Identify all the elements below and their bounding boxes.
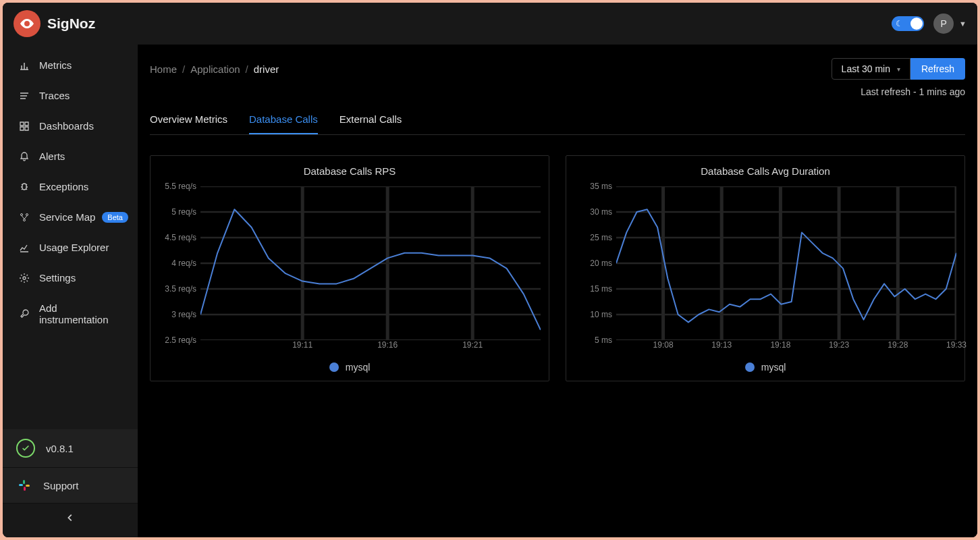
legend-label[interactable]: mysql bbox=[346, 362, 371, 373]
sidebar-item-label: Traces bbox=[39, 90, 70, 101]
sidebar-item-alerts[interactable]: Alerts bbox=[3, 141, 138, 171]
tab-database-calls[interactable]: Database Calls bbox=[249, 105, 318, 134]
grid-icon bbox=[19, 121, 30, 132]
svg-point-0 bbox=[26, 22, 28, 25]
branch-icon bbox=[19, 212, 30, 223]
tabs: Overview Metrics Database Calls External… bbox=[150, 105, 965, 135]
version-label: v0.8.1 bbox=[46, 443, 74, 454]
breadcrumb-current: driver bbox=[254, 63, 279, 75]
chart-database-calls-rps: Database Calls RPS 5.5 req/s 5 req/s 4.5… bbox=[150, 155, 549, 381]
toggle-knob bbox=[910, 18, 923, 30]
x-axis: 19:08 19:13 19:18 19:23 19:28 19:33 bbox=[616, 340, 956, 354]
theme-toggle[interactable]: ☾ bbox=[892, 16, 924, 31]
support-label: Support bbox=[43, 480, 79, 491]
bar-chart-icon bbox=[19, 60, 30, 71]
sidebar-item-dashboards[interactable]: Dashboards bbox=[3, 111, 138, 141]
tab-overview-metrics[interactable]: Overview Metrics bbox=[150, 105, 227, 134]
legend-label[interactable]: mysql bbox=[761, 362, 786, 373]
chevron-down-icon: ▾ bbox=[897, 65, 900, 73]
sidebar-item-exceptions[interactable]: Exceptions bbox=[3, 171, 138, 202]
sidebar-item-service-map[interactable]: Service Map Beta bbox=[3, 202, 138, 232]
time-range-label: Last 30 min bbox=[842, 63, 890, 74]
beta-badge: Beta bbox=[102, 212, 128, 223]
app-logo[interactable] bbox=[13, 10, 40, 37]
y-axis: 5.5 req/s 5 req/s 4.5 req/s 4 req/s 3.5 … bbox=[159, 186, 200, 340]
legend: mysql bbox=[574, 362, 956, 373]
sidebar-item-label: Settings bbox=[39, 272, 76, 284]
wrench-icon bbox=[19, 308, 30, 319]
sidebar-item-traces[interactable]: Traces bbox=[3, 80, 138, 111]
breadcrumb-application[interactable]: Application bbox=[190, 63, 240, 75]
sidebar-item-metrics[interactable]: Metrics bbox=[3, 50, 138, 80]
legend-dot-icon bbox=[329, 362, 339, 372]
avatar[interactable]: P bbox=[933, 14, 954, 34]
sidebar-item-label: Usage Explorer bbox=[39, 242, 109, 253]
svg-point-4 bbox=[23, 277, 26, 279]
slack-icon bbox=[16, 477, 32, 493]
menu-icon bbox=[19, 90, 30, 101]
main-content: Home / Application / driver Last 30 min … bbox=[138, 45, 977, 537]
breadcrumb-home[interactable]: Home bbox=[150, 63, 177, 75]
sidebar: Metrics Traces Dashboards Alerts bbox=[3, 45, 138, 537]
svg-point-3 bbox=[24, 219, 26, 221]
chart-database-calls-avg-duration: Database Calls Avg Duration 35 ms 30 ms … bbox=[566, 155, 965, 381]
breadcrumb: Home / Application / driver bbox=[150, 63, 279, 75]
refresh-button[interactable]: Refresh bbox=[910, 58, 965, 80]
x-axis: 19:11 19:16 19:21 bbox=[200, 340, 541, 354]
sidebar-item-label: Add instrumentation bbox=[39, 302, 121, 325]
sidebar-item-label: Dashboards bbox=[39, 120, 94, 132]
support-row[interactable]: Support bbox=[3, 468, 138, 504]
plot-body[interactable] bbox=[200, 186, 541, 340]
sidebar-item-label: Exceptions bbox=[39, 181, 88, 192]
app-name: SigNoz bbox=[47, 16, 95, 32]
sidebar-item-settings[interactable]: Settings bbox=[3, 263, 138, 293]
svg-point-2 bbox=[26, 213, 28, 215]
chevron-left-icon bbox=[65, 513, 75, 522]
check-circle-icon bbox=[16, 439, 35, 458]
tab-external-calls[interactable]: External Calls bbox=[339, 105, 402, 134]
bell-icon bbox=[19, 151, 30, 162]
chart-title: Database Calls RPS bbox=[159, 165, 541, 177]
sidebar-item-usage-explorer[interactable]: Usage Explorer bbox=[3, 232, 138, 263]
bug-icon bbox=[19, 182, 30, 192]
legend: mysql bbox=[159, 362, 541, 373]
line-chart-icon bbox=[19, 242, 30, 253]
caret-down-icon[interactable]: ▼ bbox=[959, 20, 967, 28]
legend-dot-icon bbox=[745, 362, 755, 372]
eye-icon bbox=[19, 16, 35, 32]
time-range-select[interactable]: Last 30 min ▾ bbox=[832, 58, 910, 80]
sidebar-item-label: Metrics bbox=[39, 59, 72, 71]
svg-rect-8 bbox=[24, 487, 26, 491]
sidebar-item-label: Service Map bbox=[39, 211, 95, 223]
chart-title: Database Calls Avg Duration bbox=[574, 165, 956, 177]
titlebar: SigNoz ☾ P ▼ bbox=[3, 3, 977, 45]
version-row[interactable]: v0.8.1 bbox=[3, 429, 138, 468]
moon-icon: ☾ bbox=[896, 19, 903, 28]
svg-rect-7 bbox=[26, 485, 30, 487]
svg-rect-5 bbox=[19, 484, 23, 486]
sidebar-item-label: Alerts bbox=[39, 151, 65, 162]
svg-point-1 bbox=[21, 213, 23, 215]
svg-rect-6 bbox=[23, 480, 25, 484]
gear-icon bbox=[19, 273, 30, 284]
sidebar-item-add-instrumentation[interactable]: Add instrumentation bbox=[3, 293, 138, 335]
y-axis: 35 ms 30 ms 25 ms 20 ms 15 ms 10 ms 5 ms bbox=[574, 186, 616, 340]
last-refresh-label: Last refresh - 1 mins ago bbox=[150, 86, 965, 97]
collapse-sidebar[interactable] bbox=[3, 504, 138, 537]
plot-body[interactable] bbox=[616, 186, 956, 340]
